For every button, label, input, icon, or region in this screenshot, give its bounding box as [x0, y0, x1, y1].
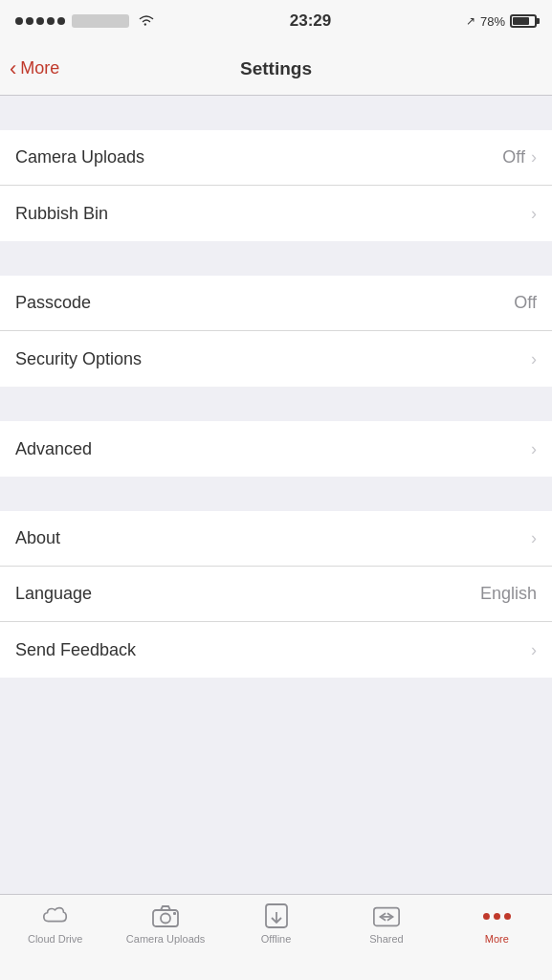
row-about[interactable]: About ›	[0, 511, 552, 567]
rubbish-bin-chevron-icon: ›	[531, 204, 537, 224]
camera-uploads-value: Off	[502, 147, 525, 167]
language-right: English	[480, 584, 537, 604]
settings-content: Camera Uploads Off › Rubbish Bin › Passc…	[0, 96, 552, 798]
tab-more[interactable]: More	[442, 902, 552, 945]
camera-uploads-chevron-icon: ›	[531, 147, 537, 167]
passcode-right: Off	[514, 293, 537, 313]
shared-tab-label: Shared	[369, 933, 403, 945]
send-feedback-chevron-icon: ›	[531, 640, 537, 660]
signal-dot-4	[47, 17, 55, 25]
back-label: More	[20, 58, 59, 78]
cloud-drive-icon	[41, 902, 70, 929]
camera-uploads-label: Camera Uploads	[15, 147, 144, 167]
more-icon	[483, 902, 511, 929]
about-right: ›	[531, 528, 537, 548]
advanced-right: ›	[531, 439, 537, 459]
section-advanced: Advanced ›	[0, 421, 552, 477]
tab-shared[interactable]: Shared	[331, 902, 441, 945]
section-gap-2	[0, 387, 552, 421]
advanced-label: Advanced	[15, 439, 92, 459]
battery-icon	[510, 14, 537, 28]
rubbish-bin-right: ›	[531, 204, 537, 224]
security-options-right: ›	[531, 349, 537, 369]
tab-camera-uploads[interactable]: Camera Uploads	[110, 902, 220, 945]
security-options-label: Security Options	[15, 349, 142, 369]
signal-dot-5	[57, 17, 65, 25]
battery-percentage: 78%	[480, 14, 505, 29]
section-gap-1	[0, 241, 552, 276]
tab-cloud-drive[interactable]: Cloud Drive	[0, 902, 110, 945]
back-chevron-icon: ‹	[10, 58, 16, 79]
camera-uploads-right: Off ›	[502, 147, 537, 167]
row-security-options[interactable]: Security Options ›	[0, 331, 552, 387]
language-label: Language	[15, 584, 92, 604]
more-tab-label: More	[485, 933, 509, 945]
row-language[interactable]: Language English	[0, 567, 552, 622]
section-security: Passcode Off Security Options ›	[0, 276, 552, 387]
carrier-name	[72, 14, 129, 28]
send-feedback-label: Send Feedback	[15, 640, 136, 660]
more-dot-3	[504, 913, 511, 920]
battery-fill	[513, 17, 529, 25]
status-right: ↗ 78%	[466, 14, 537, 29]
back-button[interactable]: ‹ More	[10, 58, 59, 79]
language-value: English	[480, 584, 537, 604]
advanced-chevron-icon: ›	[531, 439, 537, 459]
signal-dot-3	[36, 17, 44, 25]
section-gap-top	[0, 96, 552, 130]
section-uploads: Camera Uploads Off › Rubbish Bin ›	[0, 130, 552, 241]
cloud-drive-tab-label: Cloud Drive	[28, 933, 82, 945]
passcode-label: Passcode	[15, 293, 91, 313]
page-title: Settings	[240, 58, 312, 79]
svg-point-1	[161, 914, 170, 924]
camera-uploads-tab-label: Camera Uploads	[126, 933, 206, 945]
send-feedback-right: ›	[531, 640, 537, 660]
status-bar: 23:29 ↗ 78%	[0, 0, 552, 42]
tab-bar: Cloud Drive Camera Uploads Offline	[0, 894, 552, 980]
row-camera-uploads[interactable]: Camera Uploads Off ›	[0, 130, 552, 186]
shared-icon	[372, 902, 401, 929]
offline-tab-label: Offline	[261, 933, 292, 945]
about-label: About	[15, 528, 60, 548]
svg-rect-2	[173, 912, 176, 915]
row-send-feedback[interactable]: Send Feedback ›	[0, 622, 552, 678]
camera-uploads-tab-icon	[151, 902, 180, 929]
about-chevron-icon: ›	[531, 528, 537, 548]
security-options-chevron-icon: ›	[531, 349, 537, 369]
section-gap-bottom	[0, 678, 552, 712]
status-time: 23:29	[290, 11, 331, 31]
tab-offline[interactable]: Offline	[221, 902, 331, 945]
section-gap-3	[0, 477, 552, 511]
offline-icon	[262, 902, 291, 929]
signal-dot-1	[15, 17, 23, 25]
row-passcode[interactable]: Passcode Off	[0, 276, 552, 331]
row-rubbish-bin[interactable]: Rubbish Bin ›	[0, 186, 552, 241]
more-dot-1	[483, 913, 490, 920]
navigation-bar: ‹ More Settings	[0, 42, 552, 96]
row-advanced[interactable]: Advanced ›	[0, 421, 552, 477]
signal-dot-2	[26, 17, 33, 25]
wifi-icon	[138, 13, 155, 30]
location-icon: ↗	[466, 14, 475, 28]
passcode-value: Off	[514, 293, 537, 313]
section-info: About › Language English Send Feedback ›	[0, 511, 552, 678]
rubbish-bin-label: Rubbish Bin	[15, 204, 108, 224]
more-dot-2	[494, 913, 500, 920]
signal-area	[15, 13, 155, 30]
